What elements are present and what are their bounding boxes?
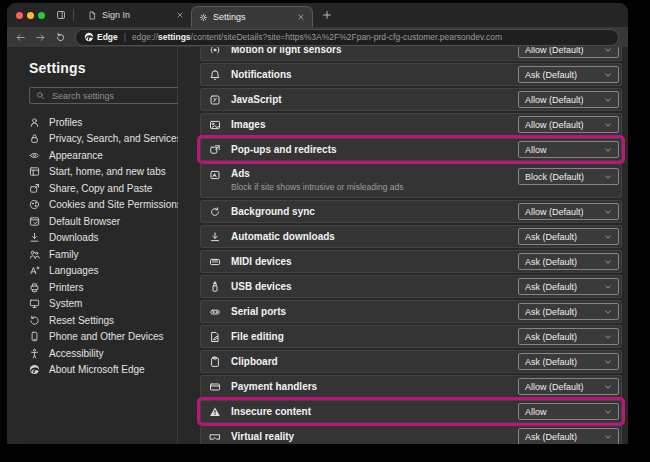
settings-page: Settings Profiles Privacy, Search, and S… <box>7 47 628 444</box>
permission-row-images: Images Allow (Default) <box>200 113 622 136</box>
permission-row-midi-devices: MIDI devices Ask (Default) <box>200 250 622 273</box>
dropdown-value: Ask (Default) <box>525 70 577 80</box>
sidebar-item-phone-and-other-devices[interactable]: Phone and Other Devices <box>29 329 177 346</box>
dropdown-value: Ask (Default) <box>525 432 577 442</box>
permission-dropdown[interactable]: Ask (Default) <box>518 428 619 444</box>
permission-row-notifications: Notifications Ask (Default) <box>200 63 622 86</box>
permission-dropdown[interactable]: Ask (Default) <box>518 66 619 83</box>
forward-icon[interactable] <box>35 32 46 43</box>
sidebar-item-start-home-and-new-tabs[interactable]: Start, home, and new tabs <box>29 164 177 181</box>
minimize-window-button[interactable] <box>27 12 34 19</box>
permission-dropdown[interactable]: Ask (Default) <box>518 278 619 295</box>
sidebar-item-privacy-search-and-services[interactable]: Privacy, Search, and Services <box>29 131 177 148</box>
close-tab-icon[interactable] <box>176 11 184 19</box>
edge-logo-icon <box>29 364 40 375</box>
permission-label: Insecure content <box>231 406 311 417</box>
permission-row-insecure-content-highlighted: Insecure content Allow <box>200 400 622 423</box>
warning-icon <box>209 406 221 418</box>
back-icon[interactable] <box>15 32 26 43</box>
sensor-icon <box>209 47 221 56</box>
permission-dropdown[interactable]: Allow <box>518 403 619 420</box>
eye-icon <box>29 150 40 161</box>
dropdown-value: Ask (Default) <box>525 357 577 367</box>
sidebar-item-label: Phone and Other Devices <box>49 331 164 342</box>
tab-sign-in[interactable]: Sign In <box>81 3 191 27</box>
tab-workspaces-icon[interactable] <box>56 10 66 20</box>
chevron-icon <box>604 121 612 129</box>
new-tab-button[interactable] <box>322 10 332 20</box>
popup-icon <box>209 144 221 156</box>
sidebar-item-label: Share, Copy and Paste <box>49 183 152 194</box>
phone-icon <box>29 331 40 342</box>
family-icon <box>29 249 40 260</box>
permission-label: Motion or light sensors <box>231 47 342 55</box>
permission-label: Pop-ups and redirects <box>231 144 337 155</box>
document-icon <box>88 11 97 20</box>
settings-sidebar: Settings Profiles Privacy, Search, and S… <box>7 47 178 444</box>
chevron-icon <box>604 47 612 54</box>
sidebar-item-profiles[interactable]: Profiles <box>29 114 177 131</box>
sidebar-item-family[interactable]: Family <box>29 246 177 263</box>
sidebar-item-appearance[interactable]: Appearance <box>29 147 177 164</box>
sidebar-item-downloads[interactable]: Downloads <box>29 230 177 247</box>
javascript-icon <box>209 94 221 106</box>
permission-label: MIDI devices <box>231 256 292 267</box>
permission-dropdown[interactable]: Ask (Default) <box>518 228 619 245</box>
search-input[interactable] <box>50 90 172 102</box>
close-tab-icon[interactable] <box>297 13 305 21</box>
dropdown-value: Allow (Default) <box>525 207 584 217</box>
permission-row-automatic-downloads: Automatic downloads Ask (Default) <box>200 225 622 248</box>
permission-dropdown[interactable]: Allow (Default) <box>518 378 619 395</box>
sidebar-item-accessibility[interactable]: Accessibility <box>29 345 177 362</box>
address-bar[interactable]: Edge | edge://settings/content/siteDetai… <box>75 29 619 46</box>
permission-dropdown[interactable]: Allow (Default) <box>518 116 619 133</box>
dropdown-value: Ask (Default) <box>525 282 577 292</box>
sidebar-item-default-browser[interactable]: Default Browser <box>29 213 177 230</box>
sidebar-item-cookies-and-site-permissions[interactable]: Cookies and Site Permissions <box>29 197 177 214</box>
permission-dropdown[interactable]: Ask (Default) <box>518 328 619 345</box>
sidebar-item-languages[interactable]: Languages <box>29 263 177 280</box>
chevron-icon <box>604 208 612 216</box>
search-icon <box>36 91 45 100</box>
permission-dropdown[interactable]: Block (Default) <box>518 168 619 185</box>
permission-dropdown[interactable]: Allow (Default) <box>518 91 619 108</box>
chevron-icon <box>604 96 612 104</box>
ads-icon <box>209 169 221 181</box>
gear-icon <box>199 13 208 22</box>
permission-dropdown[interactable]: Ask (Default) <box>518 353 619 370</box>
permission-sublabel: Block if site shows intrusive or mislead… <box>231 182 403 192</box>
permission-dropdown[interactable]: Ask (Default) <box>518 303 619 320</box>
url-text: edge://settings/content/siteDetails?site… <box>132 32 502 42</box>
settings-search-box[interactable] <box>29 87 179 104</box>
midi-icon <box>209 256 221 268</box>
sync-icon <box>209 206 221 218</box>
chevron-icon <box>604 173 612 181</box>
sidebar-item-printers[interactable]: Printers <box>29 279 177 296</box>
reload-icon[interactable] <box>55 32 66 43</box>
tab-settings[interactable]: Settings <box>191 6 313 27</box>
sidebar-item-share-copy-and-paste[interactable]: Share, Copy and Paste <box>29 180 177 197</box>
chevron-icon <box>604 308 612 316</box>
dropdown-value: Allow (Default) <box>525 95 584 105</box>
sidebar-item-system[interactable]: System <box>29 296 177 313</box>
serial-icon <box>209 306 221 318</box>
permission-label: Clipboard <box>231 356 278 367</box>
close-window-button[interactable] <box>16 12 23 19</box>
sidebar-item-reset-settings[interactable]: Reset Settings <box>29 312 177 329</box>
permission-dropdown[interactable]: Ask (Default) <box>518 253 619 270</box>
permission-row-ads: Ads Block if site shows intrusive or mis… <box>200 163 622 198</box>
printer-icon <box>29 282 40 293</box>
sidebar-item-label: Appearance <box>49 150 103 161</box>
permission-dropdown[interactable]: Allow (Default) <box>518 47 619 58</box>
permission-row-pop-ups-and-redirects-highlighted: Pop-ups and redirects Allow <box>200 138 622 161</box>
sidebar-item-about-microsoft-edge[interactable]: About Microsoft Edge <box>29 362 177 379</box>
permission-label: Automatic downloads <box>231 231 335 242</box>
chevron-icon <box>604 383 612 391</box>
languages-icon <box>29 265 40 276</box>
permission-dropdown[interactable]: Allow (Default) <box>518 203 619 220</box>
permission-row-clipboard: Clipboard Ask (Default) <box>200 350 622 373</box>
zoom-window-button[interactable] <box>38 12 45 19</box>
dropdown-value: Ask (Default) <box>525 232 577 242</box>
permission-dropdown[interactable]: Allow <box>518 141 619 158</box>
dropdown-value: Allow (Default) <box>525 47 584 55</box>
